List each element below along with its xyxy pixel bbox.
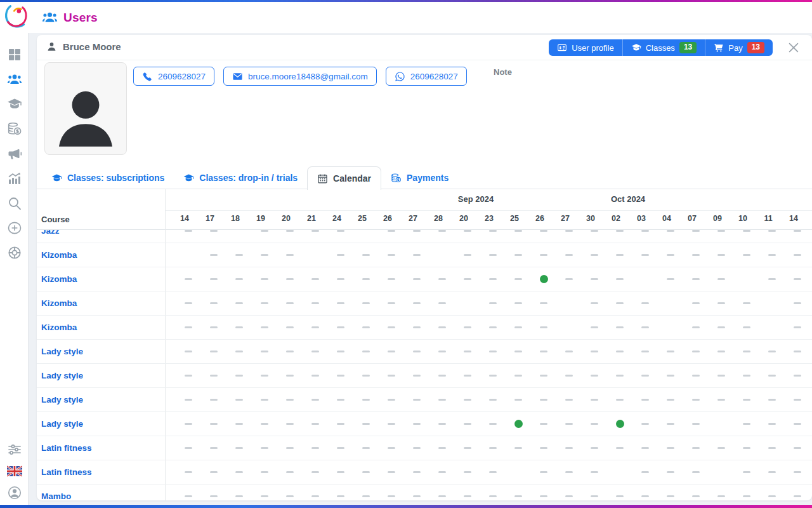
course-link[interactable]: Lady style (41, 364, 83, 388)
calendar-cell[interactable] (201, 291, 226, 315)
calendar-cell[interactable] (531, 230, 556, 243)
calendar-cell[interactable] (683, 436, 709, 460)
calendar-cell[interactable] (785, 243, 810, 267)
calendar-cell[interactable] (480, 412, 506, 436)
calendar-cell[interactable] (759, 267, 785, 291)
calendar-cell[interactable] (709, 485, 734, 500)
calendar-cell[interactable] (379, 364, 404, 387)
calendar-cell[interactable] (759, 388, 785, 411)
calendar-cell[interactable] (429, 291, 455, 315)
calendar-cell[interactable] (658, 316, 683, 339)
calendar-cell[interactable] (582, 436, 607, 460)
calendar-cell[interactable] (455, 436, 480, 460)
calendar-cell[interactable] (632, 460, 658, 484)
calendar-cell[interactable] (328, 340, 353, 363)
brand-logo-icon[interactable] (2, 3, 31, 32)
course-link[interactable]: Lady style (41, 340, 83, 364)
calendar-cell[interactable] (582, 340, 607, 363)
calendar-cell[interactable] (303, 412, 328, 436)
calendar-cell[interactable] (201, 316, 226, 339)
calendar-cell[interactable] (632, 412, 658, 436)
calendar-cell[interactable] (734, 243, 759, 267)
calendar-cell[interactable] (556, 340, 582, 363)
calendar-cell[interactable] (303, 485, 328, 500)
calendar-cell[interactable] (379, 291, 404, 315)
calendar-cell[interactable] (226, 230, 252, 243)
calendar-cell[interactable] (556, 485, 582, 500)
calendar-cell[interactable] (683, 388, 709, 411)
calendar-cell[interactable] (506, 243, 531, 267)
classes-button[interactable]: Classes13 (622, 39, 705, 56)
calendar-cell[interactable] (277, 340, 303, 363)
calendar-cell[interactable] (734, 340, 759, 363)
calendar-cell[interactable] (353, 412, 379, 436)
sidebar-item-marketing[interactable] (7, 146, 22, 161)
calendar-cell[interactable] (226, 340, 252, 363)
calendar-cell[interactable] (531, 460, 556, 484)
tab-calendar[interactable]: Calendar (307, 166, 381, 190)
calendar-cell[interactable] (252, 364, 277, 387)
tab-classes-dropin-trials[interactable]: Classes: drop-in / trials (174, 166, 307, 189)
calendar-cell[interactable] (683, 243, 709, 267)
calendar-cell[interactable] (607, 243, 632, 267)
calendar-cell[interactable] (785, 316, 810, 339)
calendar-cell[interactable] (658, 388, 683, 411)
calendar-cell[interactable] (353, 291, 379, 315)
sidebar-item-search[interactable] (7, 196, 22, 211)
calendar-cell[interactable] (607, 291, 632, 315)
calendar-cell[interactable] (404, 340, 429, 363)
contact-chip-phone[interactable]: 2609628027 (133, 67, 214, 86)
calendar-cell[interactable] (480, 460, 506, 484)
calendar-cell[interactable] (658, 340, 683, 363)
course-link[interactable]: Latin fitness (41, 436, 92, 460)
calendar-cell[interactable] (176, 485, 201, 500)
calendar-cell[interactable] (303, 436, 328, 460)
calendar-cell[interactable] (683, 485, 709, 500)
calendar-cell[interactable] (607, 388, 632, 411)
calendar-cell[interactable] (531, 412, 556, 436)
calendar-cell[interactable] (734, 364, 759, 387)
calendar-cell[interactable] (328, 460, 353, 484)
calendar-cell[interactable] (709, 412, 734, 436)
calendar-cell[interactable] (379, 436, 404, 460)
calendar-cell[interactable] (429, 230, 455, 243)
calendar-cell[interactable] (429, 364, 455, 387)
calendar-cell[interactable] (226, 412, 252, 436)
calendar-cell[interactable] (607, 485, 632, 500)
calendar-cell[interactable] (176, 267, 201, 291)
calendar-cell[interactable] (252, 388, 277, 411)
calendar-cell[interactable] (176, 364, 201, 387)
user-profile-button[interactable]: User profile (549, 39, 622, 56)
calendar-cell[interactable] (328, 436, 353, 460)
calendar-cell[interactable] (531, 436, 556, 460)
calendar-cell[interactable] (607, 230, 632, 243)
calendar-cell[interactable] (582, 267, 607, 291)
calendar-cell[interactable] (226, 460, 252, 484)
course-link[interactable]: Jazz (41, 230, 60, 243)
calendar-cell[interactable] (226, 436, 252, 460)
calendar-cell[interactable] (506, 340, 531, 363)
calendar-cell[interactable] (201, 267, 226, 291)
calendar-cell[interactable] (226, 267, 252, 291)
calendar-cell[interactable] (226, 485, 252, 500)
calendar-cell[interactable] (328, 291, 353, 315)
calendar-cell[interactable] (531, 388, 556, 411)
calendar-cell[interactable] (353, 388, 379, 411)
calendar-cell[interactable] (455, 485, 480, 500)
calendar-cell[interactable] (455, 316, 480, 339)
calendar-cell[interactable] (303, 230, 328, 243)
calendar-cell[interactable] (506, 485, 531, 500)
calendar-cell[interactable] (556, 267, 582, 291)
calendar-cell[interactable] (226, 364, 252, 387)
calendar-cell[interactable] (455, 291, 480, 315)
calendar-cell[interactable] (328, 230, 353, 243)
calendar-cell[interactable] (277, 364, 303, 387)
calendar-cell[interactable] (455, 340, 480, 363)
calendar-cell[interactable] (632, 364, 658, 387)
calendar-cell[interactable] (709, 230, 734, 243)
calendar-cell[interactable] (607, 412, 632, 436)
calendar-cell[interactable] (353, 485, 379, 500)
calendar-cell[interactable] (582, 316, 607, 339)
sidebar-item-add[interactable] (7, 220, 22, 236)
calendar-cell[interactable] (734, 388, 759, 411)
